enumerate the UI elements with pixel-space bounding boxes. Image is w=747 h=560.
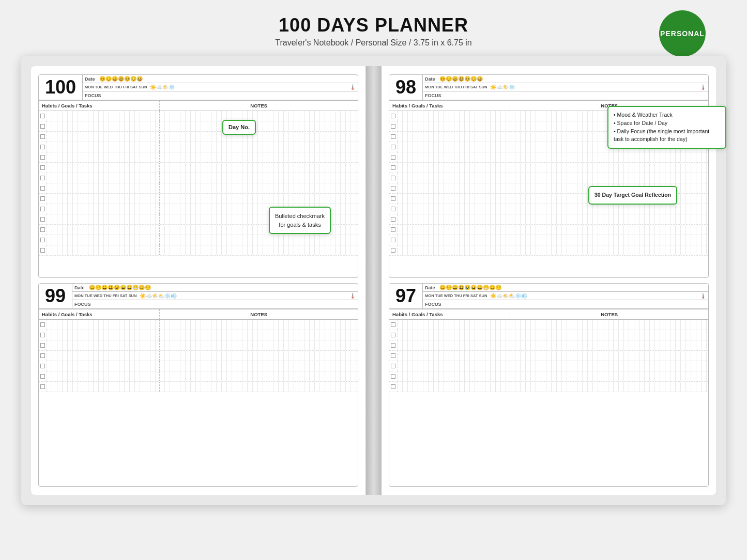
table-row [389, 204, 708, 214]
checkbox[interactable] [40, 374, 45, 379]
table-row [39, 121, 358, 132]
table-row [39, 382, 358, 392]
checkbox[interactable] [40, 186, 45, 191]
table-row [389, 320, 708, 330]
day-number-99: 99 [39, 284, 72, 308]
checkbox[interactable] [391, 343, 395, 348]
temp-100: 🌡️ [349, 84, 356, 90]
table-row [39, 152, 358, 163]
table-row [39, 320, 358, 330]
checkbox[interactable] [391, 155, 395, 160]
checkbox[interactable] [391, 186, 395, 191]
checkbox[interactable] [391, 238, 395, 242]
checkbox[interactable] [391, 217, 395, 222]
focus-label-98: FOCUS [425, 93, 441, 98]
checkbox[interactable] [391, 374, 395, 379]
date-label-99: Date [74, 285, 85, 290]
focus-label-97: FOCUS [425, 302, 441, 307]
focus-label-99: FOCUS [74, 302, 91, 307]
checkbox[interactable] [391, 176, 395, 180]
table-row [389, 225, 708, 235]
checkbox[interactable] [40, 165, 45, 170]
weather-98: ☀️☁️🌤️❄️ [490, 84, 515, 90]
checkbox[interactable] [391, 333, 395, 337]
checkbox[interactable] [40, 207, 45, 211]
callout-dayno-text: Day No. [228, 124, 250, 130]
checkbox[interactable] [391, 134, 395, 139]
table-row [39, 183, 358, 194]
weather-100: ☀️☁️🌤️❄️ [150, 84, 175, 90]
temp-99: 🌡️ [349, 293, 356, 299]
personal-badge: PERSONAL [659, 10, 706, 57]
table-row [389, 382, 708, 392]
date-label-98: Date [425, 76, 435, 82]
table-row [389, 330, 708, 340]
notes-header-99: NOTES [160, 309, 358, 319]
table-row [39, 163, 358, 173]
checkbox[interactable] [40, 114, 45, 118]
checkbox[interactable] [40, 364, 45, 368]
checkbox[interactable] [40, 353, 45, 358]
table-row [39, 361, 358, 371]
checkbox[interactable] [391, 353, 395, 358]
checkbox[interactable] [391, 165, 395, 170]
callout-mood-item3: • Daily Focus (the single most important… [614, 128, 720, 144]
notebook-spine [366, 66, 382, 495]
callout-bullet-title: Bulleted checkmark [275, 212, 325, 221]
table-row [39, 173, 358, 183]
checkbox[interactable] [391, 114, 395, 118]
planner-card-97: 97 Date 😊😔😀😃😢😐😄😁😊😔 MON TUE WED THU FRI S… [389, 283, 709, 487]
checkbox[interactable] [391, 196, 395, 201]
checkbox[interactable] [40, 134, 45, 139]
checkbox[interactable] [391, 227, 395, 232]
checkbox[interactable] [40, 217, 45, 222]
date-label-97: Date [425, 285, 435, 290]
day-number-97: 97 [389, 284, 423, 308]
page-header: 100 DAYS PLANNER Traveler's Notebook / P… [0, 0, 747, 56]
checkbox[interactable] [40, 238, 45, 242]
table-row [39, 340, 358, 351]
checkbox[interactable] [40, 124, 45, 129]
page-left: 100 Date 😊😔😀😃😊😔😀 MON TUE WED THU FRI SAT… [31, 66, 366, 495]
checkbox[interactable] [40, 322, 45, 327]
callout-bullet-sub: for goals & tasks [275, 221, 325, 229]
callout-bullet: Bulleted checkmark for goals & tasks [269, 207, 331, 234]
table-row [39, 330, 358, 340]
checkbox[interactable] [40, 248, 45, 253]
emoji-row-100: 😊😔😀😃😊😔😀 [99, 76, 143, 82]
checkbox[interactable] [40, 384, 45, 389]
planner-card-99: 99 Date 😊😔😀😃😢😐😄😁😊😔 MON TUE WED THU FRI S… [38, 283, 358, 487]
table-row [389, 214, 708, 225]
table-row [389, 235, 708, 245]
page-subtitle: Traveler's Notebook / Personal Size / 3.… [0, 38, 747, 48]
checkbox[interactable] [40, 227, 45, 232]
table-row [389, 340, 708, 351]
table-row [389, 173, 708, 183]
checkbox[interactable] [40, 155, 45, 160]
table-row [39, 235, 358, 245]
emoji-row-99: 😊😔😀😃😢😐😄😁😊😔 [89, 285, 151, 290]
checkbox[interactable] [391, 384, 395, 389]
day-number-100: 100 [39, 75, 83, 100]
checkbox[interactable] [391, 124, 395, 129]
weather-99: ☀️☁️🌤️⛅❄️💨 [140, 293, 177, 299]
checkbox[interactable] [40, 333, 45, 337]
task-rows-97 [389, 320, 708, 486]
checkbox[interactable] [40, 343, 45, 348]
checkbox[interactable] [391, 145, 395, 149]
notes-header-100: NOTES [160, 101, 358, 111]
habits-header-97: Habits / Goals / Tasks [389, 309, 510, 319]
checkbox[interactable] [40, 176, 45, 180]
days-label-99: MON TUE WED THU FRI SAT SUN [74, 293, 136, 298]
temp-97: 🌡️ [700, 293, 706, 299]
checkbox[interactable] [40, 145, 45, 149]
checkbox[interactable] [391, 248, 395, 253]
checkbox[interactable] [391, 322, 395, 327]
days-label-97: MON TUE WED THU FRI SAT SUN [425, 293, 487, 298]
table-row [389, 371, 708, 382]
table-row [39, 142, 358, 152]
days-label-100: MON TUE WED THU FRI SAT SUN [85, 85, 147, 89]
checkbox[interactable] [391, 364, 395, 368]
checkbox[interactable] [40, 196, 45, 201]
checkbox[interactable] [391, 207, 395, 211]
